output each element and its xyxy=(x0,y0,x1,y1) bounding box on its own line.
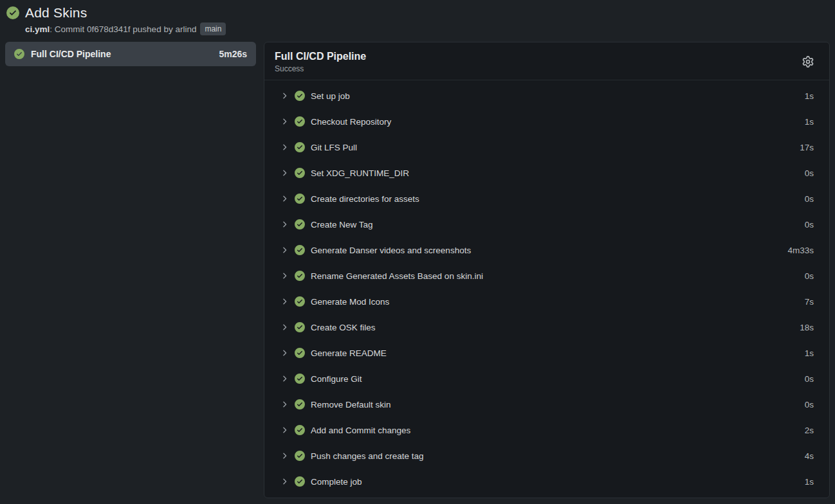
step-row[interactable]: Rename Generated Assets Based on skin.in… xyxy=(264,263,829,289)
chevron-right-icon[interactable] xyxy=(280,374,289,383)
commit-meta-text: ci.yml: Commit 0f678d341f pushed by arli… xyxy=(25,24,196,34)
panel-status-text: Success xyxy=(275,64,366,73)
steps-list: Set up job 1s Checkout Repository 1s Git… xyxy=(264,80,829,496)
run-meta: ci.yml: Commit 0f678d341f pushed by arli… xyxy=(25,22,829,35)
step-row[interactable]: Remove Default skin 0s xyxy=(264,392,829,417)
step-label: Generate README xyxy=(311,348,387,358)
gear-icon[interactable] xyxy=(801,55,815,69)
step-row[interactable]: Configure Git 0s xyxy=(264,366,829,392)
step-label: Create New Tag xyxy=(311,220,373,230)
chevron-right-icon[interactable] xyxy=(280,168,289,177)
step-row[interactable]: Set XDG_RUNTIME_DIR 0s xyxy=(264,160,829,186)
step-duration: 2s xyxy=(805,426,814,435)
step-duration: 1s xyxy=(805,91,814,101)
step-duration: 17s xyxy=(800,143,814,152)
check-circle-icon xyxy=(295,348,305,358)
check-circle-icon xyxy=(295,116,305,127)
step-label: Create OSK files xyxy=(311,323,376,332)
sidebar-job-item[interactable]: Full CI/CD Pipeline 5m26s xyxy=(5,42,256,66)
step-row[interactable]: Generate Mod Icons 7s xyxy=(264,289,829,314)
job-name: Full CI/CD Pipeline xyxy=(31,49,111,59)
step-row[interactable]: Add and Commit changes 2s xyxy=(264,417,829,443)
commit-text: : Commit 0f678d341f pushed by arlind xyxy=(50,24,196,34)
step-duration: 1s xyxy=(805,117,814,127)
check-circle-icon xyxy=(295,168,305,178)
check-circle-icon xyxy=(295,374,305,384)
step-row[interactable]: Complete job 1s xyxy=(264,469,829,494)
chevron-right-icon[interactable] xyxy=(280,426,289,435)
step-label: Generate Mod Icons xyxy=(311,297,389,307)
step-label: Add and Commit changes xyxy=(311,426,410,435)
check-circle-icon xyxy=(295,219,305,230)
panel-title: Full CI/CD Pipeline xyxy=(275,51,366,62)
run-content: Full CI/CD Pipeline 5m26s Full CI/CD Pip… xyxy=(5,42,830,498)
step-row[interactable]: Create OSK files 18s xyxy=(264,314,829,340)
check-circle-icon xyxy=(295,425,305,435)
step-row[interactable]: Set up job 1s xyxy=(264,83,829,109)
jobs-sidebar: Full CI/CD Pipeline 5m26s xyxy=(5,42,256,66)
step-row[interactable]: Checkout Repository 1s xyxy=(264,109,829,134)
chevron-right-icon[interactable] xyxy=(280,451,289,460)
chevron-right-icon[interactable] xyxy=(280,477,289,486)
step-label: Set up job xyxy=(311,91,350,101)
step-label: Checkout Repository xyxy=(311,117,391,127)
check-circle-icon xyxy=(295,451,305,461)
step-row[interactable]: Push changes and create tag 4s xyxy=(264,443,829,469)
workflow-file-link[interactable]: ci.yml xyxy=(25,24,50,34)
chevron-right-icon[interactable] xyxy=(280,194,289,203)
step-label: Git LFS Pull xyxy=(311,143,357,152)
step-duration: 0s xyxy=(805,400,814,410)
check-circle-icon xyxy=(295,91,305,101)
chevron-right-icon[interactable] xyxy=(280,91,289,100)
run-status-check-circle-icon xyxy=(6,6,19,19)
run-title: Add Skins xyxy=(25,5,87,21)
check-circle-icon xyxy=(295,476,305,487)
step-row[interactable]: Generate README 1s xyxy=(264,340,829,366)
check-circle-icon xyxy=(295,142,305,152)
check-circle-icon xyxy=(295,399,305,410)
check-circle-icon xyxy=(295,194,305,204)
job-duration: 5m26s xyxy=(219,49,247,59)
chevron-right-icon[interactable] xyxy=(280,297,289,306)
step-row[interactable]: Create New Tag 0s xyxy=(264,212,829,237)
step-duration: 0s xyxy=(805,374,814,384)
step-duration: 0s xyxy=(805,271,814,281)
check-circle-icon xyxy=(295,271,305,281)
check-circle-icon xyxy=(14,49,24,59)
step-row[interactable]: Create directories for assets 0s xyxy=(264,186,829,212)
check-circle-icon xyxy=(295,322,305,332)
step-duration: 1s xyxy=(805,348,814,358)
step-duration: 1s xyxy=(805,477,814,487)
step-row[interactable]: Git LFS Pull 17s xyxy=(264,134,829,160)
step-duration: 7s xyxy=(805,297,814,307)
chevron-right-icon[interactable] xyxy=(280,323,289,332)
job-panel-header: Full CI/CD Pipeline Success xyxy=(264,42,829,80)
step-label: Complete job xyxy=(311,477,362,487)
step-duration: 18s xyxy=(800,323,814,332)
step-duration: 0s xyxy=(805,220,814,230)
chevron-right-icon[interactable] xyxy=(280,220,289,229)
chevron-right-icon[interactable] xyxy=(280,400,289,409)
step-label: Push changes and create tag xyxy=(311,451,424,461)
step-row[interactable]: Generate Danser videos and screenshots 4… xyxy=(264,237,829,263)
step-duration: 0s xyxy=(805,168,814,178)
step-duration: 4m33s xyxy=(787,246,814,255)
actions-run-page: Add Skins ci.yml: Commit 0f678d341f push… xyxy=(5,4,830,498)
step-label: Remove Default skin xyxy=(311,400,391,410)
chevron-right-icon[interactable] xyxy=(280,348,289,357)
step-label: Generate Danser videos and screenshots xyxy=(311,246,471,255)
job-panel: Full CI/CD Pipeline Success Set up job 1… xyxy=(264,42,830,498)
branch-badge[interactable]: main xyxy=(200,22,226,35)
step-duration: 4s xyxy=(805,451,814,461)
run-header: Add Skins ci.yml: Commit 0f678d341f push… xyxy=(5,4,830,35)
step-label: Create directories for assets xyxy=(311,194,419,204)
step-duration: 0s xyxy=(805,194,814,204)
chevron-right-icon[interactable] xyxy=(280,143,289,152)
chevron-right-icon[interactable] xyxy=(280,117,289,126)
check-circle-icon xyxy=(295,245,305,255)
check-circle-icon xyxy=(295,296,305,307)
chevron-right-icon[interactable] xyxy=(280,246,289,255)
chevron-right-icon[interactable] xyxy=(280,271,289,280)
step-label: Set XDG_RUNTIME_DIR xyxy=(311,168,409,178)
step-label: Rename Generated Assets Based on skin.in… xyxy=(311,271,483,281)
